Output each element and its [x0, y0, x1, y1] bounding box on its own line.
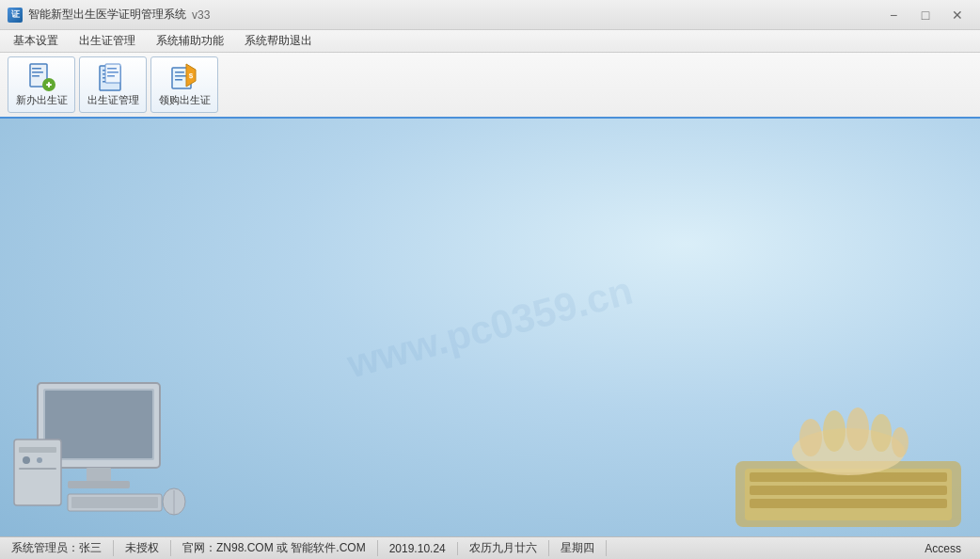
svg-rect-6 [48, 82, 50, 88]
cert-manage-button[interactable]: 出生证管理 [79, 56, 147, 113]
svg-rect-24 [87, 468, 111, 481]
new-cert-label: 新办出生证 [16, 94, 68, 106]
status-license: 未授权 [114, 540, 171, 556]
purchase-cert-button[interactable]: $ 领购出生证 [150, 56, 218, 113]
app-icon: 证 [8, 8, 23, 23]
svg-rect-18 [175, 75, 186, 77]
menu-help-exit[interactable]: 系统帮助退出 [235, 31, 322, 51]
toolbar: 新办出生证 出生证管理 [0, 53, 980, 119]
svg-rect-12 [105, 64, 120, 83]
svg-rect-19 [175, 79, 182, 81]
new-cert-button[interactable]: 新办出生证 [8, 56, 75, 113]
svg-point-29 [37, 457, 42, 463]
watermark: www.pc0359.cn [342, 268, 637, 388]
window-controls: − □ ✕ [878, 6, 972, 24]
purchase-cert-icon: $ [169, 62, 199, 92]
svg-rect-13 [107, 68, 117, 70]
svg-point-41 [799, 419, 822, 456]
svg-point-42 [823, 410, 846, 452]
svg-rect-17 [175, 72, 184, 73]
svg-rect-38 [750, 486, 947, 495]
svg-rect-14 [107, 72, 119, 73]
svg-text:$: $ [189, 72, 194, 80]
status-access: Access [913, 542, 972, 555]
app-title: 智能新型出生医学证明管理系统 [28, 7, 186, 23]
status-lunar: 农历九月廿六 [458, 540, 549, 556]
main-content: www.pc0359.cn [0, 119, 980, 536]
svg-point-28 [23, 456, 30, 464]
svg-rect-3 [32, 75, 40, 77]
menu-cert-management[interactable]: 出生证管理 [70, 31, 145, 51]
title-bar-left: 证 智能新型出生医学证明管理系统 v33 [8, 7, 210, 23]
status-website: 官网：ZN98.COM 或 智能软件.COM [171, 540, 378, 556]
status-admin: 系统管理员：张三 [8, 540, 114, 556]
menu-bar: 基本设置 出生证管理 系统辅助功能 系统帮助退出 [0, 30, 980, 53]
svg-rect-1 [32, 68, 41, 70]
svg-point-45 [892, 427, 909, 457]
status-date: 2019.10.24 [378, 542, 458, 555]
svg-point-44 [871, 414, 892, 452]
cert-manage-icon [98, 62, 128, 92]
app-version: v33 [192, 8, 210, 22]
svg-point-43 [846, 407, 869, 451]
status-bar: 系统管理员：张三 未授权 官网：ZN98.COM 或 智能软件.COM 2019… [0, 536, 980, 559]
svg-rect-2 [32, 72, 43, 73]
purchase-cert-label: 领购出生证 [159, 94, 211, 106]
hands-illustration [698, 348, 980, 536]
cert-manage-label: 出生证管理 [87, 94, 139, 106]
svg-rect-25 [68, 481, 130, 488]
maximize-button[interactable]: □ [910, 6, 940, 24]
new-cert-icon [26, 62, 56, 92]
title-bar: 证 智能新型出生医学证明管理系统 v33 − □ ✕ [0, 0, 980, 30]
status-weekday: 星期四 [549, 540, 607, 556]
close-button[interactable]: ✕ [942, 6, 972, 24]
computer-illustration [9, 374, 207, 522]
minimize-button[interactable]: − [878, 6, 909, 24]
svg-rect-15 [107, 75, 115, 77]
svg-rect-30 [19, 468, 56, 470]
svg-rect-27 [19, 447, 56, 453]
svg-rect-39 [750, 499, 947, 508]
menu-system-tools[interactable]: 系统辅助功能 [147, 31, 233, 51]
menu-basic-settings[interactable]: 基本设置 [4, 31, 68, 51]
svg-rect-32 [71, 497, 158, 508]
